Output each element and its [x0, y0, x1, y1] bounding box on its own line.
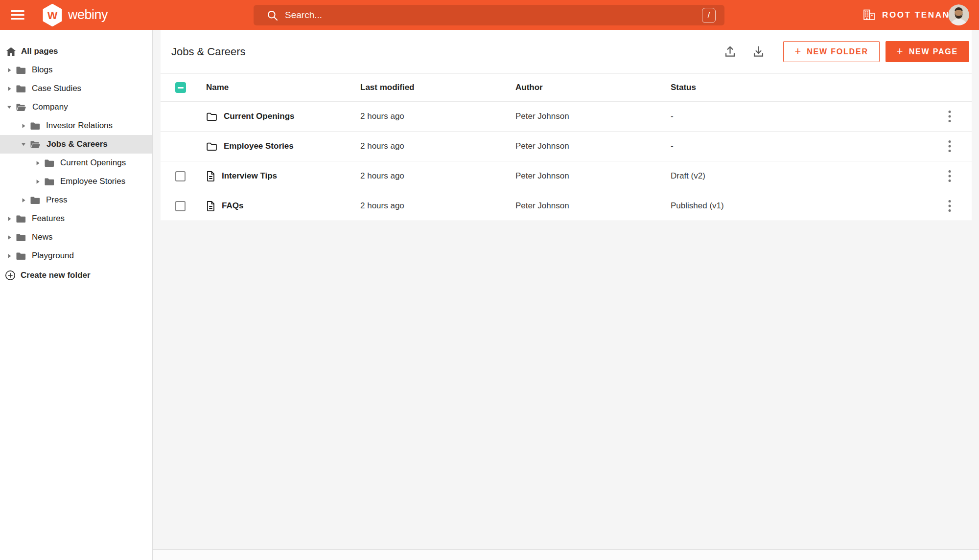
column-header-status: Status: [671, 83, 696, 92]
brand-wordmark: webiny: [68, 7, 108, 22]
chevron-right-icon[interactable]: [7, 67, 12, 73]
row-menu-button[interactable]: [942, 167, 957, 185]
tenant-selector[interactable]: ROOT TENANT: [862, 0, 956, 30]
header-actions: + NEW FOLDER + NEW PAGE: [720, 41, 969, 62]
row-author: Peter Johnson: [515, 141, 671, 151]
plus-circle-icon: [5, 270, 16, 281]
export-button[interactable]: [748, 42, 769, 62]
webiny-logo[interactable]: W webiny: [42, 0, 108, 30]
sidebar-item-label: Case Studies: [32, 84, 81, 93]
sidebar-item-label: Playground: [32, 251, 74, 261]
select-all-checkbox[interactable]: [175, 82, 186, 93]
chevron-right-icon[interactable]: [7, 86, 12, 91]
new-page-button[interactable]: + NEW PAGE: [886, 41, 969, 62]
chevron-down-icon[interactable]: [21, 142, 26, 147]
new-folder-button[interactable]: + NEW FOLDER: [783, 41, 879, 62]
row-author: Peter Johnson: [515, 201, 671, 211]
search-shortcut-key: /: [702, 8, 716, 23]
sidebar-item-label: All pages: [21, 46, 58, 56]
hamburger-menu-icon[interactable]: [11, 8, 24, 22]
content-header: Jobs & Careers + NEW FOLDER +: [161, 30, 972, 73]
sidebar-item-company[interactable]: Company: [0, 98, 152, 116]
folder-icon: [16, 85, 26, 93]
chevron-right-icon[interactable]: [21, 123, 26, 129]
folder-open-icon: [30, 140, 41, 149]
row-name[interactable]: Interview Tips: [222, 171, 277, 181]
upload-icon: [723, 45, 737, 58]
main-area: Jobs & Careers + NEW FOLDER +: [153, 30, 979, 560]
new-page-label: NEW PAGE: [909, 47, 958, 56]
row-last-modified: 2 hours ago: [360, 112, 515, 121]
sidebar-item-investor-relations[interactable]: Investor Relations: [0, 116, 152, 135]
chevron-right-icon[interactable]: [7, 216, 12, 222]
plus-icon: +: [794, 46, 801, 57]
plus-icon: +: [897, 46, 903, 57]
table-row[interactable]: FAQs2 hours agoPeter JohnsonPublished (v…: [161, 191, 972, 221]
search-icon: [267, 10, 278, 21]
sidebar-item-label: Company: [32, 102, 68, 112]
sidebar-item-playground[interactable]: Playground: [0, 246, 152, 265]
column-header-name: Name: [206, 83, 229, 92]
page-title: Jobs & Careers: [171, 45, 246, 58]
row-status: Published (v1): [671, 201, 928, 211]
download-icon: [752, 45, 765, 58]
row-checkbox[interactable]: [175, 171, 186, 181]
row-name[interactable]: FAQs: [222, 201, 243, 211]
folder-icon: [16, 233, 26, 242]
sidebar-item-current-openings[interactable]: Current Openings: [0, 154, 152, 172]
create-new-folder-button[interactable]: Create new folder: [0, 266, 152, 285]
folder-open-icon: [16, 103, 26, 112]
folder-icon: [206, 142, 217, 151]
sidebar-item-case-studies[interactable]: Case Studies: [0, 79, 152, 98]
row-status: -: [671, 141, 928, 151]
chevron-down-icon[interactable]: [7, 105, 12, 110]
sidebar-item-blogs[interactable]: Blogs: [0, 61, 152, 79]
row-last-modified: 2 hours ago: [360, 141, 515, 151]
row-status: -: [671, 112, 928, 121]
folder-icon: [16, 252, 26, 260]
sidebar-item-features[interactable]: Features: [0, 209, 152, 228]
building-icon: [862, 9, 876, 21]
bottom-scrollbar-gutter: [153, 549, 979, 560]
table-body: Current Openings2 hours agoPeter Johnson…: [161, 102, 972, 221]
sidebar-item-label: Features: [32, 214, 65, 224]
row-menu-button[interactable]: [942, 108, 957, 125]
folder-icon: [30, 122, 40, 130]
table-header: Name Last modified Author Status: [161, 73, 972, 102]
row-menu-button[interactable]: [942, 137, 957, 155]
folder-icon: [206, 112, 217, 121]
import-button[interactable]: [720, 42, 740, 62]
chevron-right-icon[interactable]: [21, 198, 26, 203]
search-bar: /: [254, 5, 724, 25]
sidebar-item-news[interactable]: News: [0, 228, 152, 246]
search-input[interactable]: [285, 10, 702, 21]
create-folder-label: Create new folder: [21, 270, 91, 280]
home-icon: [6, 47, 16, 56]
document-icon: [206, 171, 215, 182]
sidebar-item-press[interactable]: Press: [0, 191, 152, 209]
sidebar-item-all-pages[interactable]: All pages: [0, 42, 152, 61]
sidebar-item-jobs-careers[interactable]: Jobs & Careers: [0, 135, 152, 154]
table-row[interactable]: Current Openings2 hours agoPeter Johnson…: [161, 102, 972, 132]
row-name[interactable]: Current Openings: [224, 112, 295, 121]
sidebar-item-label: Current Openings: [60, 158, 126, 168]
webiny-hexagon-icon: W: [42, 4, 63, 26]
row-last-modified: 2 hours ago: [360, 201, 515, 211]
chevron-right-icon[interactable]: [35, 160, 40, 166]
chevron-right-icon[interactable]: [7, 253, 12, 259]
sidebar-item-label: Investor Relations: [46, 121, 113, 131]
folder-icon: [16, 66, 26, 74]
row-name[interactable]: Employee Stories: [224, 141, 294, 151]
chevron-right-icon[interactable]: [35, 179, 40, 184]
row-menu-button[interactable]: [942, 197, 957, 215]
chevron-right-icon[interactable]: [7, 235, 12, 240]
folder-icon: [44, 178, 54, 186]
user-avatar[interactable]: [948, 4, 969, 25]
svg-text:W: W: [47, 9, 58, 21]
sidebar-item-label: Jobs & Careers: [47, 139, 108, 149]
table-row[interactable]: Employee Stories2 hours agoPeter Johnson…: [161, 132, 972, 161]
folder-icon: [30, 196, 40, 204]
table-row[interactable]: Interview Tips2 hours agoPeter JohnsonDr…: [161, 161, 972, 191]
row-checkbox[interactable]: [175, 201, 186, 211]
sidebar-item-employee-stories[interactable]: Employee Stories: [0, 172, 152, 191]
